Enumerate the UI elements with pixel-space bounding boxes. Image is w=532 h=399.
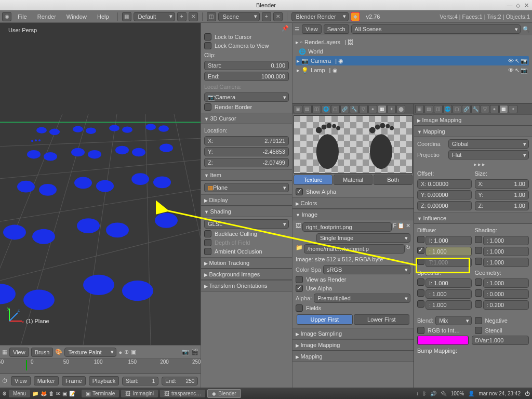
- outliner-row-camera[interactable]: ▸ 📷 Camera| ◉👁↖📷: [296, 56, 529, 65]
- rgb-to-intensity-checkbox[interactable]: [417, 327, 424, 334]
- tab-modifiers-r[interactable]: 🔧: [471, 105, 480, 113]
- shading-mirror-check[interactable]: [475, 258, 482, 265]
- outliner-icon[interactable]: ☰: [295, 26, 300, 33]
- cursor-y-field[interactable]: Y:-2.45853: [204, 147, 289, 156]
- spec-hardness-field[interactable]: : 1.000: [425, 300, 472, 310]
- diffuse-intensity-check[interactable]: [417, 236, 424, 243]
- spec-color-check[interactable]: [417, 289, 424, 297]
- image-browse-icon[interactable]: 🖼: [296, 222, 301, 232]
- size-x-field[interactable]: X:1.00: [475, 179, 529, 189]
- pivot-icon[interactable]: ⊕: [124, 349, 129, 355]
- lower-first-button[interactable]: Lower First: [354, 314, 410, 325]
- quicklaunch-firefox-icon[interactable]: 🦊: [41, 391, 47, 396]
- lock-camera-checkbox[interactable]: [204, 42, 211, 49]
- tab-render-r[interactable]: ▣: [415, 105, 424, 113]
- view-as-render-checkbox[interactable]: [296, 276, 303, 283]
- tray-shutdown-icon[interactable]: ⏻: [525, 391, 530, 396]
- menu-file[interactable]: File: [14, 12, 31, 21]
- cursor-x-field[interactable]: X:2.79121: [204, 136, 289, 145]
- local-camera-field[interactable]: 📷 Camera: [204, 92, 289, 102]
- spec-hardness-check[interactable]: [417, 300, 424, 308]
- image-source-selector[interactable]: Single Image: [316, 233, 410, 243]
- stencil-checkbox[interactable]: [475, 327, 482, 334]
- remove-layout-button[interactable]: ✕: [189, 12, 198, 21]
- tab-data-r[interactable]: ▽: [481, 105, 489, 113]
- diffuse-alpha-check[interactable]: [417, 247, 424, 254]
- taskbar-app-transparency[interactable]: 🖼 trasparenc…: [160, 390, 205, 397]
- bg-images-panel-header[interactable]: Background Images: [201, 269, 292, 280]
- diffuse-translucency-check[interactable]: [417, 258, 424, 265]
- image-panel[interactable]: Image: [292, 209, 414, 220]
- tab-texture-r[interactable]: ▦: [499, 105, 508, 113]
- outliner-filter[interactable]: All Scenes: [351, 24, 521, 34]
- tab-scene[interactable]: ◫: [312, 105, 321, 113]
- layout-selector[interactable]: Default: [134, 12, 175, 21]
- shading-panel-header[interactable]: Shading: [201, 206, 292, 217]
- tab-texture[interactable]: ▦: [378, 105, 387, 113]
- mapping-panel-2[interactable]: Mapping: [292, 351, 414, 362]
- spec-color-field[interactable]: : 1.000: [425, 289, 472, 299]
- projection-selector[interactable]: Flat: [448, 150, 529, 159]
- pin-icon[interactable]: 📌: [282, 25, 289, 32]
- tab-object-r[interactable]: ▢: [453, 105, 461, 113]
- geom-displace-check[interactable]: [475, 300, 482, 308]
- eye-icon[interactable]: 👁: [508, 67, 514, 74]
- render-vis-icon[interactable]: 📷: [521, 58, 528, 64]
- axis-z-button[interactable]: ▸: [482, 161, 485, 168]
- image-name-field[interactable]: right_footprint.png: [302, 222, 392, 232]
- tab-scene-r[interactable]: ◫: [434, 105, 443, 113]
- offset-x-field[interactable]: X: 0.00000: [417, 179, 472, 189]
- item-name-field[interactable]: ▦ Plane: [204, 183, 289, 192]
- color-swatch[interactable]: [417, 336, 469, 345]
- tray-volume-icon[interactable]: 🔊: [430, 391, 436, 396]
- image-path-field[interactable]: /home/marc…footprint.p: [304, 244, 405, 254]
- geom-normal-check[interactable]: [475, 278, 482, 286]
- outliner-view-menu[interactable]: View: [302, 24, 322, 34]
- fake-user-button[interactable]: F: [393, 222, 396, 232]
- unlink-icon[interactable]: 📋: [397, 222, 405, 232]
- geom-warp-field[interactable]: : 0.000: [483, 289, 529, 299]
- spec-intensity-check[interactable]: [417, 278, 424, 286]
- snap-icon[interactable]: ▣: [131, 349, 136, 355]
- search-icon[interactable]: 🔍: [523, 26, 530, 33]
- shading-ambient-field[interactable]: : 1.000: [483, 236, 529, 245]
- mapping-hdr[interactable]: Mapping: [414, 126, 532, 137]
- cursor-panel-header[interactable]: 3D Cursor: [201, 113, 292, 124]
- folder-icon[interactable]: 📁: [296, 244, 303, 254]
- start-menu-button[interactable]: Menu: [9, 390, 30, 397]
- motion-panel-header[interactable]: Motion Tracking: [201, 257, 292, 269]
- timeline-playback-menu[interactable]: Playback: [89, 376, 119, 385]
- lock-cursor-checkbox[interactable]: [204, 33, 211, 41]
- scene-selector[interactable]: Scene: [218, 12, 260, 21]
- timeline-view-menu[interactable]: View: [11, 376, 31, 385]
- 3d-viewport[interactable]: User Persp (1) Plane x y z: [0, 23, 201, 345]
- influence-hdr[interactable]: Influence: [414, 212, 532, 224]
- playhead[interactable]: [26, 360, 27, 370]
- use-alpha-checkbox[interactable]: [296, 285, 303, 292]
- blend-selector[interactable]: Mix: [435, 316, 471, 325]
- camera-icon[interactable]: 📷: [182, 349, 189, 355]
- tab-world[interactable]: 🌐: [322, 105, 330, 113]
- tab-constraints[interactable]: 🔗: [340, 105, 349, 113]
- clip-start-field[interactable]: Start:0.100: [204, 61, 289, 70]
- taskbar-app-terminal[interactable]: ▣ Terminale: [82, 390, 119, 397]
- clip-end-field[interactable]: End:1000.000: [204, 72, 289, 81]
- image-mapping-hdr[interactable]: Image Mapping: [414, 114, 532, 126]
- fields-checkbox[interactable]: [296, 304, 303, 312]
- xform-panel-header[interactable]: Transform Orientations: [201, 280, 292, 291]
- geom-normal-field[interactable]: : 1.000: [483, 278, 529, 288]
- display-panel-header[interactable]: Display: [201, 194, 292, 206]
- diffuse-intensity-field[interactable]: I: 1.000: [425, 236, 472, 245]
- size-z-field[interactable]: Z:1.00: [475, 201, 529, 210]
- geom-warp-check[interactable]: [475, 289, 482, 297]
- outliner-row-renderlayers[interactable]: ▸ ▫ RenderLayers| 🖼: [296, 37, 529, 47]
- eye-icon[interactable]: 👁: [508, 58, 514, 64]
- tray-clock[interactable]: mar nov 24, 23:42: [478, 391, 521, 396]
- tab-layers-r[interactable]: ▤: [424, 105, 433, 113]
- quicklaunch-mail-icon[interactable]: ✉: [56, 391, 60, 396]
- offset-y-field[interactable]: Y: 0.00000: [417, 190, 472, 200]
- spec-intensity-field[interactable]: I: 1.000: [425, 278, 472, 288]
- add-scene-button[interactable]: +: [262, 12, 271, 21]
- coord-selector[interactable]: Global: [448, 139, 529, 149]
- remove-icon[interactable]: ✕: [406, 222, 410, 232]
